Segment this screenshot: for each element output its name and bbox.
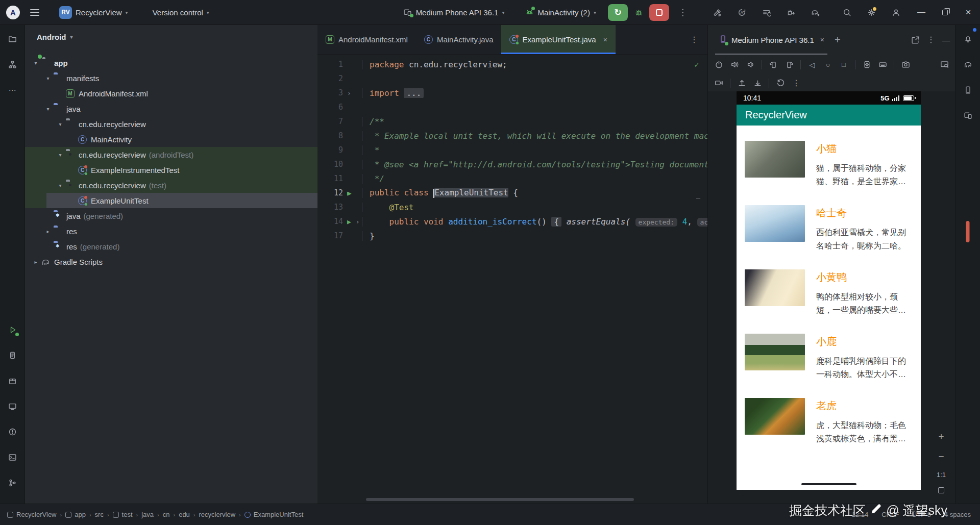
window-search-icon[interactable]	[940, 60, 949, 69]
breadcrumb-edu[interactable]: edu	[179, 511, 190, 518]
search-everywhere-icon[interactable]	[838, 4, 855, 21]
gradle-sync-icon[interactable]	[806, 4, 824, 21]
zoom-out-button[interactable]: −	[938, 451, 944, 462]
code-text[interactable]: import ...	[362, 88, 707, 98]
vcs-widget[interactable]: Version control ▾	[148, 4, 214, 21]
tree-item-java[interactable]: ▾java	[25, 101, 317, 116]
code-text[interactable]: * @see <a href="http://d.android.com/too…	[362, 160, 707, 169]
editor-tab-androidmanifest-xml[interactable]: MAndroidManifest.xml	[317, 25, 416, 54]
breadcrumb-recyclerview[interactable]: recyclerview	[199, 511, 236, 518]
run-test-icon[interactable]: ▶	[347, 218, 355, 226]
list-item[interactable]: 小黄鸭鸭的体型相对较小，颈短，一些属的嘴要大些。腿位于身体后方，…	[745, 269, 913, 317]
run-more-actions-icon[interactable]: ⋮	[671, 8, 694, 17]
zoom-to-fit-button[interactable]	[938, 487, 944, 493]
breadcrumb-cn[interactable]: cn	[163, 511, 170, 518]
panel-options-icon[interactable]: ⋮	[927, 36, 935, 44]
run-configuration-selector[interactable]: MainActivity (2) ▾	[520, 4, 601, 21]
breadcrumb-exampleunittest[interactable]: ExampleUnitTest	[244, 511, 304, 518]
code-text[interactable]: }	[362, 231, 707, 241]
device-settings-icon[interactable]	[862, 60, 871, 69]
tabs-options-icon[interactable]: ⋮	[681, 35, 707, 44]
device-selector[interactable]: Medium Phone API 36.1 ▾	[399, 4, 509, 21]
phone-screen[interactable]: 10:41 5G RecyclerView 小猫猫，属于猫科动物，分家猫、野猫，…	[737, 91, 921, 490]
code-text[interactable]: @Test	[362, 203, 707, 212]
tree-chevron-icon[interactable]: ▸	[30, 259, 41, 265]
code-text[interactable]: /**	[362, 117, 707, 127]
minimize-button[interactable]: —	[910, 0, 933, 25]
list-item[interactable]: 小鹿鹿科是哺乳纲偶蹄目下的一科动物。体型大小不等，为有角的反…	[745, 334, 913, 381]
tree-item-cn-edu-recyclerview[interactable]: ▾cn.edu.recyclerview(test)	[25, 178, 317, 193]
open-in-window-icon[interactable]	[911, 35, 920, 44]
close-device-tab-icon[interactable]: ×	[820, 36, 824, 44]
apply-changes-icon[interactable]	[733, 4, 750, 21]
volume-down-icon[interactable]	[746, 60, 755, 69]
problems-icon[interactable]	[3, 422, 22, 441]
tree-chevron-icon[interactable]: ▾	[42, 106, 54, 112]
notifications-icon[interactable]	[959, 30, 977, 48]
screenshot-icon[interactable]	[901, 60, 910, 69]
power-icon[interactable]	[714, 60, 723, 69]
editor-tab-exampleunittest-java[interactable]: CExampleUnitTest.java×	[501, 25, 615, 54]
upload-icon[interactable]	[737, 79, 746, 88]
tree-chevron-icon[interactable]: ▾	[55, 183, 66, 188]
tree-item-exampleinstrumentedtest[interactable]: CExampleInstrumentedTest	[25, 162, 317, 178]
hardware-input-icon[interactable]	[878, 60, 887, 69]
emulator-icon[interactable]	[3, 397, 22, 416]
app-inspection-icon[interactable]	[3, 371, 22, 390]
tree-chevron-icon[interactable]: ▾	[30, 60, 41, 66]
home-icon[interactable]: ○	[823, 60, 832, 69]
main-menu-icon[interactable]	[30, 9, 39, 16]
device-tab[interactable]: Medium Phone API 36.1 ×	[715, 25, 827, 55]
settings-icon[interactable]	[863, 4, 880, 21]
horizontal-scrollbar[interactable]	[366, 498, 634, 501]
debug-button[interactable]	[630, 4, 647, 21]
tree-item-java[interactable]: java(generated)	[25, 208, 317, 223]
more-icon[interactable]: ⋮	[792, 79, 801, 88]
tree-item-app[interactable]: ▾app	[25, 55, 317, 70]
fold-region-icon[interactable]: ›	[347, 89, 351, 97]
inspection-ok-icon[interactable]: ✓	[694, 60, 699, 69]
code-text[interactable]: */	[362, 174, 707, 184]
structure-icon[interactable]	[3, 55, 22, 74]
reset-icon[interactable]	[776, 79, 785, 88]
indent-widget[interactable]: 4 spaces	[944, 511, 971, 518]
fold-region-icon[interactable]: ›	[356, 218, 360, 226]
recycler-view-list[interactable]: 小猫猫，属于猫科动物，分家猫、野猫，是全世界家庭中较为广泛的…哈士奇西伯利亚雪橇…	[737, 126, 921, 479]
list-item[interactable]: 哈士奇西伯利亚雪橇犬，常见别名哈士奇，昵称为二哈。	[745, 205, 913, 253]
code-text[interactable]: *	[362, 145, 707, 155]
back-icon[interactable]: ◁	[807, 60, 817, 69]
project-icon[interactable]	[3, 30, 22, 48]
stop-button[interactable]	[649, 4, 669, 21]
gesture-nav-bar[interactable]	[737, 479, 921, 490]
code-text[interactable]: public void addition_isCorrect() { asser…	[362, 217, 707, 227]
zoom-reset-button[interactable]: 1:1	[937, 471, 946, 479]
tree-item-cn-edu-recyclerview[interactable]: ▾cn.edu.recyclerview	[25, 116, 317, 132]
tree-item-mainactivity[interactable]: CMainActivity	[25, 132, 317, 147]
gesture-pill[interactable]	[801, 483, 856, 485]
tree-chevron-icon[interactable]: ▾	[55, 121, 66, 127]
editor-tab-mainactivity-java[interactable]: CMainActivity.java	[416, 25, 502, 54]
list-item[interactable]: 小猫猫，属于猫科动物，分家猫、野猫，是全世界家庭中较为广泛的…	[745, 141, 913, 188]
device-explorer-icon[interactable]	[959, 106, 977, 125]
close-tab-icon[interactable]: ×	[603, 36, 607, 44]
tree-chevron-icon[interactable]: ▾	[55, 152, 66, 158]
volume-up-icon[interactable]	[730, 60, 739, 69]
breadcrumb-java[interactable]: java	[141, 511, 154, 518]
close-button[interactable]: ×	[957, 0, 980, 25]
tree-chevron-icon[interactable]: ▾	[42, 76, 54, 81]
overview-icon[interactable]: □	[839, 60, 848, 69]
logcat-icon[interactable]	[3, 346, 22, 365]
tree-item-gradle-scripts[interactable]: ▸Gradle Scripts	[25, 254, 317, 269]
tree-item-res[interactable]: res(generated)	[25, 239, 317, 254]
build-icon[interactable]	[708, 4, 726, 21]
code-text[interactable]: package cn.edu.recyclerview;	[362, 60, 707, 69]
tree-item-res[interactable]: ▸res	[25, 223, 317, 239]
profile-icon[interactable]	[887, 4, 904, 21]
tree-chevron-icon[interactable]: ▸	[42, 229, 54, 234]
restore-button[interactable]	[933, 0, 957, 25]
run-all-tests-icon[interactable]: ▶▶	[347, 189, 352, 197]
version-control-icon[interactable]	[3, 473, 22, 492]
zoom-in-button[interactable]: +	[938, 431, 944, 442]
add-device-button[interactable]: +	[829, 34, 846, 46]
hide-panel-icon[interactable]: —	[942, 36, 950, 44]
